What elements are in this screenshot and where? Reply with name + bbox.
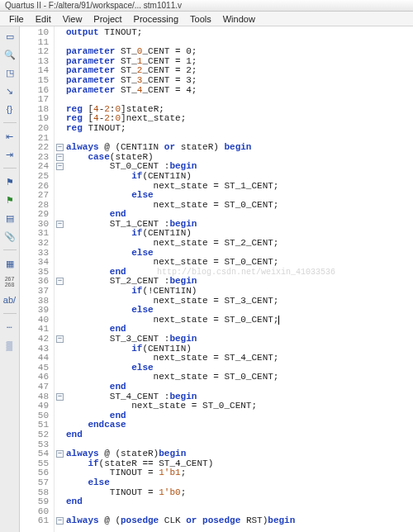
line-number: 22: [20, 143, 49, 153]
code-line[interactable]: end: [66, 497, 413, 507]
fold-toggle-icon[interactable]: −: [56, 393, 64, 401]
flag-green-icon[interactable]: ⚑: [3, 193, 17, 207]
code-line[interactable]: if(!CENT1IN): [66, 287, 413, 297]
braces-icon[interactable]: {}: [3, 102, 17, 116]
code-line[interactable]: − ST_3_CENT :begin: [66, 335, 413, 344]
find-icon[interactable]: 🔍: [3, 48, 17, 61]
code-line[interactable]: −always @ (stateR)begin: [66, 449, 413, 459]
menu-processing[interactable]: Processing: [128, 14, 184, 24]
line-number: 10: [20, 28, 49, 38]
window-title: Quartus II - F:/altera/91/workspace/... …: [0, 0, 413, 12]
line-number: 52: [20, 430, 49, 440]
code-line[interactable]: else: [66, 191, 413, 201]
fold-toggle-icon[interactable]: −: [56, 335, 64, 343]
grid-icon[interactable]: ▒: [3, 339, 17, 352]
code-line[interactable]: end: [66, 430, 413, 440]
code-line[interactable]: else: [66, 478, 413, 488]
line-number: 32: [20, 239, 49, 249]
bookmark-icon[interactable]: ◳: [3, 66, 17, 79]
code-line[interactable]: end: [66, 382, 413, 392]
code-line[interactable]: −always @ (posedge CLK or posedge RST)be…: [66, 516, 413, 526]
side-toolbar: ▭🔍◳↘{}⇤⇥⚑⚑▤📎▦267 268ab/┄▒: [0, 26, 20, 532]
step-icon[interactable]: ↘: [3, 84, 17, 97]
code-line[interactable]: next_state = ST_2_CENT;: [66, 239, 413, 249]
code-line[interactable]: TINOUT = 1'b0;: [66, 488, 413, 498]
fold-toggle-icon[interactable]: −: [56, 154, 64, 161]
fold-toggle-icon[interactable]: −: [56, 278, 64, 285]
line-number: 42: [20, 335, 49, 344]
line-number: 47: [20, 382, 49, 392]
code-line[interactable]: parameter ST_4_CENT = 4;: [66, 86, 413, 96]
line-number: 37: [20, 287, 49, 297]
menu-window[interactable]: Window: [217, 14, 261, 24]
line-number: 49: [20, 401, 49, 411]
line-number: 25: [20, 172, 49, 182]
code-line[interactable]: −always @ (CENT1IN or stateR) begin: [66, 143, 413, 153]
line-number-gutter: 1011121314151617181920212223242526272829…: [20, 26, 55, 532]
fold-toggle-icon[interactable]: −: [56, 221, 64, 228]
syntax-icon[interactable]: ▦: [3, 257, 17, 270]
line-number: 20: [20, 124, 49, 134]
code-line[interactable]: else: [66, 306, 413, 316]
line-number: 54: [20, 449, 49, 459]
menu-edit[interactable]: Edit: [30, 14, 57, 24]
indent-left-icon[interactable]: ⇤: [3, 130, 17, 143]
fold-toggle-icon[interactable]: −: [56, 163, 64, 170]
line-number: 61: [20, 516, 49, 526]
menu-project[interactable]: Project: [88, 14, 127, 24]
fold-toggle-icon[interactable]: −: [56, 144, 64, 151]
code-line[interactable]: if(CENT1IN): [66, 172, 413, 182]
line-number: 59: [20, 497, 49, 507]
line-number: 57: [20, 478, 49, 488]
indent-right-icon[interactable]: ⇥: [3, 148, 17, 161]
code-editor[interactable]: output TINOUT;parameter ST_0_CENT = 0;pa…: [55, 26, 413, 532]
line-number: 27: [20, 191, 49, 201]
code-line[interactable]: parameter ST_3_CENT = 3;: [66, 76, 413, 86]
flag-blue-icon[interactable]: ⚑: [3, 175, 17, 188]
menu-view[interactable]: View: [57, 14, 88, 24]
line-number: 17: [20, 95, 49, 105]
menu-tools[interactable]: Tools: [184, 14, 217, 24]
code-line[interactable]: reg TINOUT;: [66, 124, 413, 134]
menu-bar: File Edit View Project Processing Tools …: [0, 12, 413, 26]
doc-icon[interactable]: ▤: [3, 211, 17, 225]
line-number: 15: [20, 76, 49, 86]
text-caret: [278, 316, 279, 325]
linecol-icon[interactable]: 267 268: [3, 275, 17, 288]
code-line[interactable]: endcase: [66, 420, 413, 430]
menu-file[interactable]: File: [3, 14, 30, 24]
ab-icon[interactable]: ab/: [3, 293, 17, 306]
attach-icon[interactable]: 📎: [3, 230, 17, 243]
code-line[interactable]: output TINOUT;: [66, 28, 413, 38]
new-file-icon[interactable]: ▭: [3, 30, 17, 43]
code-line[interactable]: TINOUT = 1'b1;: [66, 468, 413, 478]
ruler-icon[interactable]: ┄: [3, 321, 17, 334]
fold-toggle-icon[interactable]: −: [56, 517, 64, 525]
fold-toggle-icon[interactable]: −: [56, 450, 64, 458]
editor-area: ▭🔍◳↘{}⇤⇥⚑⚑▤📎▦267 268ab/┄▒ 10111213141516…: [0, 26, 413, 532]
